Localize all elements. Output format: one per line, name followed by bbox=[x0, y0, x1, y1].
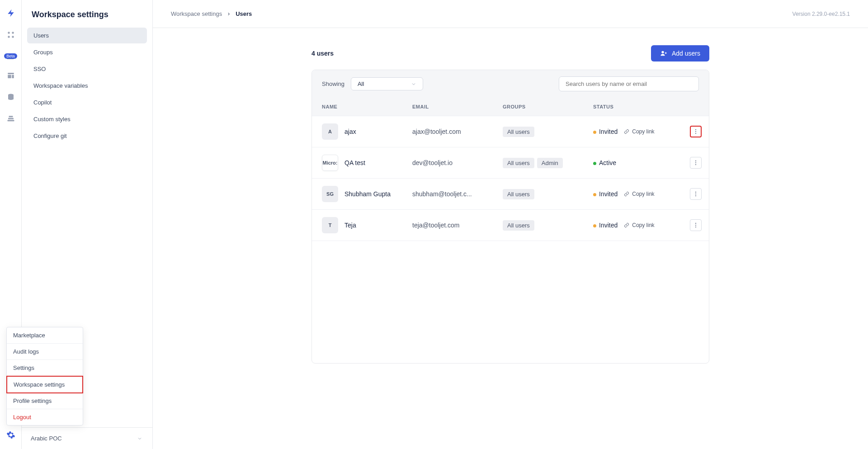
user-name: Shubham Gupta bbox=[344, 190, 391, 198]
status-dot-icon bbox=[593, 224, 596, 227]
breadcrumb-current: Users bbox=[236, 10, 252, 17]
svg-rect-12 bbox=[7, 120, 14, 121]
user-groups: All users bbox=[503, 220, 593, 231]
workspace-selector[interactable]: Arabic POC bbox=[22, 427, 152, 449]
sidebar-title: Workspace settings bbox=[22, 10, 152, 28]
svg-point-25 bbox=[695, 227, 696, 227]
search-input[interactable] bbox=[559, 76, 699, 91]
add-users-icon bbox=[660, 50, 667, 57]
apps-icon[interactable] bbox=[6, 30, 16, 40]
menu-item-audit-logs[interactable]: Audit logs bbox=[7, 344, 83, 360]
sidebar-item-configure-git[interactable]: Configure git bbox=[27, 128, 147, 144]
svg-point-24 bbox=[695, 225, 696, 226]
settings-popup-menu: MarketplaceAudit logsSettingsWorkspace s… bbox=[6, 327, 83, 425]
logo-icon[interactable] bbox=[6, 8, 16, 18]
chevron-down-icon bbox=[137, 435, 143, 442]
card-toolbar: Showing All bbox=[312, 70, 709, 98]
menu-item-settings[interactable]: Settings bbox=[7, 360, 83, 376]
col-email: EMAIL bbox=[412, 104, 503, 109]
table-row: SGShubham Guptashubham@tooljet.c...All u… bbox=[312, 179, 709, 210]
status-badge: Invited bbox=[593, 190, 618, 198]
user-status-cell: InvitedCopy link bbox=[593, 128, 675, 135]
settings-gear-icon[interactable] bbox=[6, 430, 16, 440]
table-body: Aajaxajax@tooljet.comAll usersInvitedCop… bbox=[312, 116, 709, 241]
svg-point-22 bbox=[695, 195, 696, 196]
avatar: T bbox=[322, 217, 338, 233]
breadcrumb: Workspace settings Users bbox=[171, 10, 252, 17]
copy-link-button[interactable]: Copy link bbox=[624, 222, 654, 228]
templates-icon[interactable] bbox=[6, 71, 16, 80]
sidebar-item-copilot[interactable]: Copilot bbox=[27, 95, 147, 110]
users-card: Showing All NAME EMAIL GROUPS ST bbox=[311, 70, 709, 364]
svg-point-17 bbox=[695, 161, 696, 161]
add-users-button[interactable]: Add users bbox=[651, 45, 709, 61]
user-count-label: 4 users bbox=[311, 50, 334, 57]
row-actions-kebab[interactable] bbox=[690, 188, 702, 200]
row-actions-kebab[interactable] bbox=[690, 126, 702, 137]
svg-point-23 bbox=[695, 223, 696, 224]
row-actions-kebab[interactable] bbox=[690, 219, 702, 231]
col-status: STATUS bbox=[593, 104, 675, 109]
svg-point-20 bbox=[695, 192, 696, 193]
copy-link-label: Copy link bbox=[632, 191, 654, 197]
user-email: teja@tooljet.com bbox=[412, 222, 503, 229]
table-row: Aajaxajax@tooljet.comAll usersInvitedCop… bbox=[312, 116, 709, 147]
sidebar-item-custom-styles[interactable]: Custom styles bbox=[27, 111, 147, 127]
user-status-cell: Active bbox=[593, 159, 675, 166]
user-name: Teja bbox=[344, 222, 356, 229]
svg-rect-7 bbox=[8, 75, 11, 79]
menu-item-profile-settings[interactable]: Profile settings bbox=[7, 393, 83, 409]
table-row: TTejateja@tooljet.comAll usersInvitedCop… bbox=[312, 210, 709, 241]
filter-select[interactable]: All bbox=[351, 77, 423, 90]
svg-point-2 bbox=[8, 36, 10, 38]
user-name: ajax bbox=[344, 128, 356, 135]
breadcrumb-root[interactable]: Workspace settings bbox=[171, 10, 222, 17]
beta-badge: Beta bbox=[4, 53, 17, 59]
user-groups: All users bbox=[503, 127, 593, 137]
filter-select-value: All bbox=[358, 80, 364, 87]
copy-link-button[interactable]: Copy link bbox=[624, 128, 654, 135]
status-dot-icon bbox=[593, 131, 596, 134]
col-name: NAME bbox=[322, 104, 412, 109]
avatar: Micro: bbox=[322, 155, 338, 171]
group-chip: All users bbox=[503, 158, 534, 168]
svg-point-21 bbox=[695, 194, 696, 194]
group-chip: All users bbox=[503, 127, 534, 137]
svg-point-18 bbox=[695, 162, 696, 163]
avatar: A bbox=[322, 123, 338, 140]
status-badge: Invited bbox=[593, 222, 618, 229]
menu-item-logout[interactable]: Logout bbox=[7, 409, 83, 425]
database-icon[interactable] bbox=[6, 92, 16, 102]
version-text: Version 2.29.0-ee2.15.1 bbox=[793, 11, 850, 17]
svg-point-3 bbox=[12, 36, 14, 38]
sidebar-item-users[interactable]: Users bbox=[27, 28, 147, 43]
sidebar-item-workspace-variables[interactable]: Workspace variables bbox=[27, 78, 147, 94]
filter-label: Showing bbox=[322, 80, 344, 87]
svg-rect-8 bbox=[12, 75, 14, 79]
user-email: dev@tooljet.io bbox=[412, 159, 503, 166]
user-name: QA test bbox=[344, 159, 365, 166]
add-users-label: Add users bbox=[672, 50, 700, 57]
user-groups: All users bbox=[503, 189, 593, 199]
table-head: NAME EMAIL GROUPS STATUS bbox=[312, 98, 709, 116]
copy-link-button[interactable]: Copy link bbox=[624, 191, 654, 197]
main: Workspace settings Users Version 2.29.0-… bbox=[153, 0, 868, 449]
menu-item-marketplace[interactable]: Marketplace bbox=[7, 327, 83, 344]
topbar: Workspace settings Users Version 2.29.0-… bbox=[153, 0, 868, 28]
content: 4 users Add users Showing All bbox=[153, 28, 868, 449]
status-dot-icon bbox=[593, 162, 596, 165]
chevron-right-icon bbox=[226, 12, 231, 16]
svg-point-16 bbox=[695, 133, 696, 134]
sidebar-item-groups[interactable]: Groups bbox=[27, 44, 147, 60]
workspace-selector-label: Arabic POC bbox=[31, 435, 62, 442]
chevron-down-icon bbox=[411, 81, 416, 87]
menu-item-workspace-settings[interactable]: Workspace settings bbox=[6, 376, 83, 393]
copy-link-label: Copy link bbox=[632, 128, 654, 135]
stack-icon[interactable] bbox=[6, 114, 16, 124]
row-actions-kebab[interactable] bbox=[690, 157, 702, 169]
svg-point-0 bbox=[8, 32, 10, 34]
user-status-cell: InvitedCopy link bbox=[593, 190, 675, 198]
svg-rect-11 bbox=[8, 118, 14, 119]
svg-point-15 bbox=[695, 131, 696, 132]
sidebar-item-sso[interactable]: SSO bbox=[27, 61, 147, 77]
